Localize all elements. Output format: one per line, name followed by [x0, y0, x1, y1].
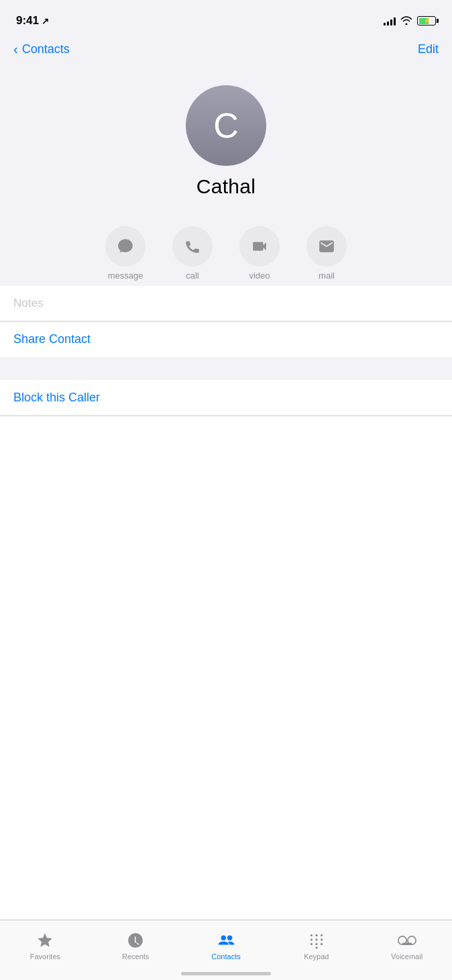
- svg-point-2: [310, 934, 313, 936]
- action-call[interactable]: call: [172, 226, 213, 281]
- time-display: 9:41: [16, 14, 39, 28]
- video-icon: [251, 238, 268, 255]
- signal-icon: [384, 16, 396, 26]
- mail-button[interactable]: [306, 226, 347, 266]
- svg-point-3: [315, 934, 317, 936]
- message-label: message: [108, 271, 144, 281]
- svg-point-6: [315, 938, 317, 940]
- video-label: video: [249, 271, 270, 281]
- svg-point-5: [310, 938, 313, 940]
- edit-button[interactable]: Edit: [418, 42, 439, 56]
- svg-point-7: [321, 938, 323, 940]
- svg-point-4: [321, 934, 323, 936]
- back-button[interactable]: ‹ Contacts: [13, 42, 70, 57]
- notes-row[interactable]: Notes: [0, 286, 452, 321]
- status-bar: 9:41 ↗ ⚡: [0, 0, 452, 36]
- svg-point-11: [315, 946, 317, 948]
- call-button[interactable]: [172, 226, 213, 266]
- call-label: call: [186, 271, 199, 281]
- voicemail-tab-label: Voicemail: [391, 952, 422, 961]
- contacts-icon: [217, 931, 235, 950]
- action-message[interactable]: message: [105, 226, 146, 281]
- status-icons: ⚡: [384, 15, 436, 27]
- action-video[interactable]: video: [239, 226, 280, 281]
- recents-icon: [126, 931, 145, 950]
- svg-point-10: [321, 942, 323, 944]
- block-caller-row[interactable]: Block this Caller: [0, 380, 452, 415]
- video-button[interactable]: [239, 226, 280, 266]
- avatar: C: [186, 85, 266, 166]
- back-label: Contacts: [22, 42, 70, 56]
- svg-point-1: [227, 935, 232, 940]
- tab-bar: Favorites Recents Contacts: [0, 920, 452, 980]
- svg-point-8: [310, 942, 313, 944]
- tab-voicemail[interactable]: Voicemail: [361, 931, 452, 961]
- home-indicator: [181, 972, 271, 975]
- favorites-tab-label: Favorites: [30, 952, 60, 961]
- status-time: 9:41 ↗: [16, 14, 49, 28]
- contact-name: Cathal: [196, 175, 256, 198]
- nav-bar: ‹ Contacts Edit: [0, 36, 452, 65]
- keypad-tab-label: Keypad: [304, 952, 329, 961]
- voicemail-icon: [398, 931, 416, 950]
- recents-tab-label: Recents: [122, 952, 149, 961]
- battery-icon: ⚡: [417, 16, 436, 26]
- favorites-icon: [36, 931, 54, 950]
- action-mail[interactable]: mail: [306, 226, 347, 281]
- notes-placeholder: Notes: [13, 297, 43, 309]
- action-row: message call video mail: [0, 211, 452, 286]
- contacts-tab-label: Contacts: [211, 952, 240, 961]
- svg-rect-14: [402, 942, 412, 945]
- share-contact-label: Share Contact: [13, 332, 91, 346]
- content-spacer: [0, 416, 452, 920]
- mail-icon: [318, 238, 335, 255]
- section-gap-1: [0, 357, 452, 380]
- tab-keypad[interactable]: Keypad: [271, 931, 361, 961]
- call-icon: [184, 238, 201, 255]
- svg-point-9: [315, 942, 317, 944]
- tab-favorites[interactable]: Favorites: [0, 931, 91, 961]
- svg-point-0: [221, 935, 226, 940]
- keypad-icon: [307, 931, 326, 950]
- message-icon: [117, 238, 134, 255]
- tab-recents[interactable]: Recents: [91, 931, 181, 961]
- avatar-section: C Cathal: [0, 65, 452, 211]
- share-contact-row[interactable]: Share Contact: [0, 322, 452, 357]
- wifi-icon: [400, 15, 412, 27]
- tab-contacts[interactable]: Contacts: [181, 931, 272, 961]
- content-section: Notes Share Contact Block this Caller: [0, 286, 452, 416]
- chevron-left-icon: ‹: [13, 42, 18, 57]
- mail-label: mail: [319, 271, 335, 281]
- message-button[interactable]: [105, 226, 146, 266]
- block-caller-label: Block this Caller: [13, 391, 100, 404]
- location-arrow-icon: ↗: [42, 16, 49, 26]
- avatar-initial: C: [213, 105, 239, 146]
